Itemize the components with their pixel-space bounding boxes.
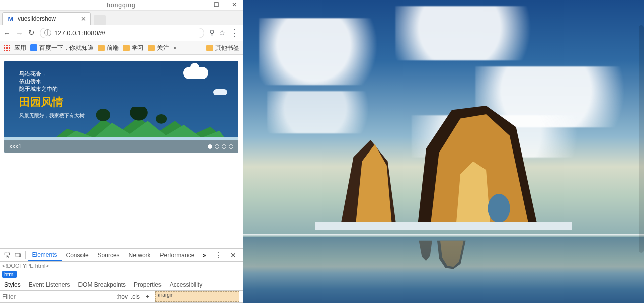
slide-dot-3[interactable]: [222, 144, 226, 149]
os-close-button[interactable]: ✕: [228, 1, 240, 8]
bookmark-label: 百度一下，你就知道: [39, 44, 94, 52]
tab-close-icon[interactable]: ✕: [80, 15, 86, 23]
box-model-dash: -: [158, 292, 236, 298]
page-viewport: 鸟语花香， 依山傍水 隐于城市之中的 田园风情 风景无限好，我家楼下有大树 xx…: [0, 55, 243, 248]
apps-grid-icon[interactable]: [3, 44, 10, 51]
browser-menu-icon[interactable]: ⋮: [230, 27, 239, 38]
minimize-button[interactable]: —: [192, 1, 204, 8]
slideshow-dots: [208, 144, 233, 149]
subtab-dom-breakpoints[interactable]: DOM Breakpoints: [74, 279, 130, 290]
dom-path-crumb: html: [0, 270, 243, 279]
search-in-page-icon[interactable]: ⚲: [209, 28, 215, 37]
favicon-icon: M: [7, 15, 15, 23]
reload-button[interactable]: ↻: [28, 28, 35, 37]
address-bar: ← → ↻ i 127.0.0.1:8080/#/ ⚲ ☆ ⋮: [0, 25, 243, 42]
banner-caption: xxx1: [9, 143, 22, 150]
bookmark-follow[interactable]: 关注: [148, 44, 169, 52]
folder-icon: [148, 45, 155, 51]
banner-line3: 隐于城市之中的: [19, 85, 85, 93]
tab-strip: M vueslidershow ✕: [0, 11, 243, 25]
subtab-accessibility[interactable]: Accessibility: [166, 279, 206, 290]
banner-line1: 鸟语花香，: [19, 70, 85, 78]
nav-forward-button[interactable]: →: [16, 29, 23, 37]
new-style-rule-button[interactable]: +: [143, 291, 152, 302]
bookmark-baidu[interactable]: 百度一下，你就知道: [30, 44, 94, 52]
folder-icon: [98, 45, 105, 51]
banner-line2: 依山傍水: [19, 78, 85, 85]
svg-point-5: [488, 194, 510, 223]
folder-icon: [123, 45, 130, 51]
hov-toggle[interactable]: :hov: [116, 293, 128, 300]
box-model-preview[interactable]: margin -: [152, 291, 243, 302]
banner-title: 田园风情: [19, 95, 85, 110]
cls-toggle[interactable]: .cls: [131, 293, 140, 300]
devtools-close-button[interactable]: ✕: [226, 251, 240, 259]
addr-actions: ⚲ ☆: [209, 28, 225, 37]
devtools-tabs-overflow-icon[interactable]: »: [199, 249, 210, 261]
banner-footer: xxx1: [4, 140, 238, 153]
bookmark-label: 其他书签: [215, 44, 239, 52]
svg-rect-6: [315, 222, 572, 230]
slide-dot-2[interactable]: [215, 144, 219, 149]
bookmark-label: 学习: [132, 44, 144, 52]
subtab-styles[interactable]: Styles: [0, 279, 25, 290]
svg-point-2: [96, 109, 110, 121]
folder-icon: [206, 45, 213, 51]
devtools-tab-console[interactable]: Console: [62, 249, 93, 261]
bookmarks-bar: 应用 百度一下，你就知道 前端 学习 关注 » 其他书签: [0, 41, 243, 55]
baidu-icon: [30, 44, 37, 51]
browser-tab[interactable]: M vueslidershow ✕: [2, 12, 91, 25]
devtools-tab-performance[interactable]: Performance: [155, 249, 199, 261]
slideshow-banner[interactable]: 鸟语花香， 依山傍水 隐于城市之中的 田园风情 风景无限好，我家楼下有大树 xx…: [4, 61, 238, 153]
bookmark-study[interactable]: 学习: [123, 44, 144, 52]
vertical-scrollbar[interactable]: [639, 25, 644, 253]
bookmark-label: 关注: [157, 44, 169, 52]
subtab-properties[interactable]: Properties: [130, 279, 166, 290]
slide-dot-1[interactable]: [208, 144, 212, 149]
rocks: [315, 91, 572, 249]
nav-back-button[interactable]: ←: [3, 29, 11, 37]
styles-hov-cls[interactable]: :hov .cls: [113, 291, 143, 302]
browser-window: hongqing — ☐ ✕ M vueslidershow ✕ ← → ↻ i…: [0, 0, 243, 303]
device-toolbar-icon[interactable]: [13, 249, 23, 261]
os-title: hongqing: [107, 2, 135, 9]
devtools-tabs: Elements Console Sources Network Perform…: [0, 249, 243, 262]
bookmark-other[interactable]: 其他书签: [206, 44, 239, 52]
tab-title: vueslidershow: [18, 15, 77, 22]
banner-copy: 鸟语花香， 依山傍水 隐于城市之中的 田园风情 风景无限好，我家楼下有大树: [19, 70, 85, 119]
apps-label[interactable]: 应用: [14, 44, 26, 52]
bookmark-label: 前端: [107, 44, 119, 52]
inspect-element-icon[interactable]: [2, 249, 13, 261]
svg-point-3: [130, 107, 148, 120]
bookmark-frontend[interactable]: 前端: [98, 44, 119, 52]
cloud-icon: [183, 67, 208, 79]
os-titlebar: hongqing — ☐ ✕: [0, 0, 243, 11]
url-text: 127.0.0.1:8080/#/: [54, 29, 105, 37]
devtools-tab-network[interactable]: Network: [124, 249, 155, 261]
url-input[interactable]: i 127.0.0.1:8080/#/: [40, 28, 204, 38]
styles-filter-row: :hov .cls + margin -: [0, 291, 243, 303]
styles-subtabs: Styles Event Listeners DOM Breakpoints P…: [0, 279, 243, 291]
styles-filter-field[interactable]: [2, 293, 113, 300]
devtools-tab-elements[interactable]: Elements: [28, 249, 62, 261]
slide-dot-4[interactable]: [229, 144, 233, 149]
site-info-icon[interactable]: i: [44, 29, 51, 36]
maximize-button[interactable]: ☐: [210, 1, 222, 8]
bookmarks-overflow-icon[interactable]: »: [173, 44, 177, 51]
subtab-event-listeners[interactable]: Event Listeners: [25, 279, 74, 290]
devtools: Elements Console Sources Network Perform…: [0, 248, 243, 303]
desktop-wallpaper: [243, 0, 644, 303]
svg-point-4: [156, 114, 167, 124]
dom-path-html[interactable]: html: [2, 271, 17, 278]
window-controls: — ☐ ✕: [192, 1, 240, 8]
bookmark-star-icon[interactable]: ☆: [219, 28, 225, 37]
dom-preview-line[interactable]: <!DOCTYPE html>: [0, 262, 243, 270]
banner-subtitle: 风景无限好，我家楼下有大树: [19, 112, 85, 119]
devtools-tab-sources[interactable]: Sources: [93, 249, 124, 261]
styles-filter-input[interactable]: [0, 291, 113, 302]
cloud-icon: [213, 89, 227, 95]
devtools-menu-icon[interactable]: ⋮: [210, 250, 226, 260]
new-tab-button[interactable]: [94, 15, 106, 25]
